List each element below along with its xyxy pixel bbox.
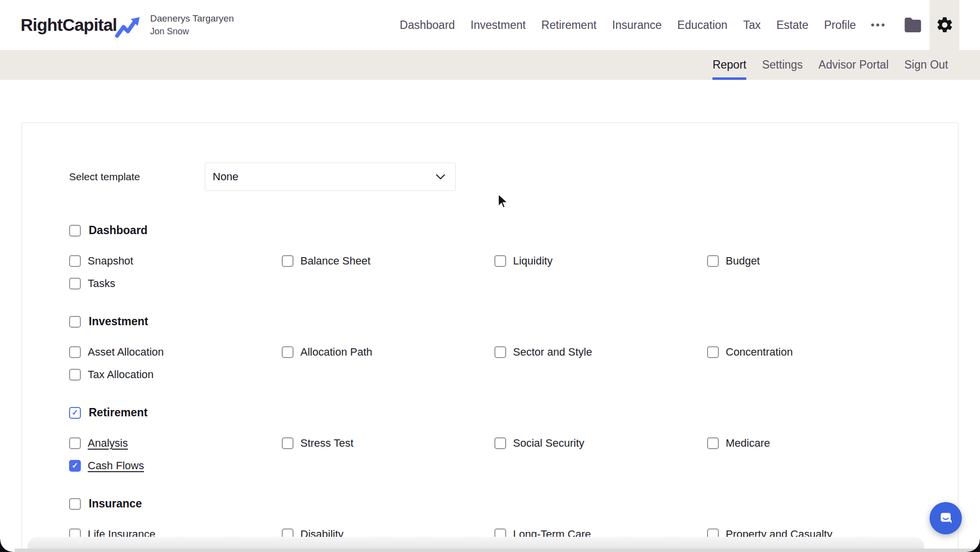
section-dashboard: ✓Dashboard✓Snapshot✓Balance Sheet✓Liquid… xyxy=(69,224,958,290)
section-header-retirement: ✓Retirement xyxy=(69,406,958,419)
label-concentration[interactable]: Concentration xyxy=(726,346,793,359)
documents-folder-icon[interactable] xyxy=(903,17,923,33)
primary-nav: DashboardInvestmentRetirementInsuranceEd… xyxy=(400,19,856,32)
report-item-cash-flows: ✓Cash Flows xyxy=(69,459,282,472)
checkbox-medicare[interactable]: ✓ xyxy=(707,437,719,449)
nav-item-estate[interactable]: Estate xyxy=(776,19,808,32)
checkbox-dashboard[interactable]: ✓ xyxy=(69,225,81,237)
nav-item-education[interactable]: Education xyxy=(677,19,727,32)
checkbox-retirement[interactable]: ✓ xyxy=(69,407,81,419)
section-insurance: ✓Insurance✓Life Insurance✓Disability✓Lon… xyxy=(69,497,958,541)
nav-item-insurance[interactable]: Insurance xyxy=(612,19,662,32)
section-items-retirement: ✓Analysis✓Stress Test✓Social Security✓Me… xyxy=(69,437,958,472)
report-item-medicare: ✓Medicare xyxy=(707,437,920,450)
window-corner-right xyxy=(967,539,980,552)
checkbox-allocation-path[interactable]: ✓ xyxy=(282,346,294,358)
client-name-secondary: Jon Snow xyxy=(150,26,234,37)
secondary-nav: ReportSettingsAdvisor PortalSign Out xyxy=(0,50,980,80)
client-name-primary: Daenerys Targaryen xyxy=(150,13,234,24)
report-item-concentration: ✓Concentration xyxy=(707,346,920,359)
report-item-allocation-path: ✓Allocation Path xyxy=(282,346,494,359)
label-budget[interactable]: Budget xyxy=(726,255,760,267)
checkbox-cash-flows[interactable]: ✓ xyxy=(69,460,81,472)
section-title[interactable]: Investment xyxy=(89,315,148,328)
report-item-stress-test: ✓Stress Test xyxy=(282,437,494,450)
top-navigation-bar: RightCapital Daenerys Targaryen Jon Snow… xyxy=(0,0,980,50)
gear-icon xyxy=(935,16,954,34)
window-corner-left xyxy=(0,539,13,552)
chat-bubble-icon xyxy=(936,509,955,528)
label-medicare[interactable]: Medicare xyxy=(726,437,770,450)
subnav-item-advisor-portal[interactable]: Advisor Portal xyxy=(818,50,888,80)
report-item-sector-and-style: ✓Sector and Style xyxy=(494,346,707,359)
section-investment: ✓Investment✓Asset Allocation✓Allocation … xyxy=(69,315,958,381)
report-item-social-security: ✓Social Security xyxy=(494,437,707,450)
checkbox-balance-sheet[interactable]: ✓ xyxy=(282,255,294,267)
checkbox-tax-allocation[interactable]: ✓ xyxy=(69,369,81,381)
checkbox-snapshot[interactable]: ✓ xyxy=(69,255,81,267)
nav-item-tax[interactable]: Tax xyxy=(743,19,761,32)
report-settings-card: Select template None ✓Dashboard✓Snapshot… xyxy=(22,122,958,552)
report-item-snapshot: ✓Snapshot xyxy=(69,255,282,267)
nav-item-investment[interactable]: Investment xyxy=(470,19,526,32)
checkbox-asset-allocation[interactable]: ✓ xyxy=(69,346,81,358)
more-menu-icon[interactable]: ••• xyxy=(871,19,886,31)
label-stress-test[interactable]: Stress Test xyxy=(300,437,353,450)
report-item-balance-sheet: ✓Balance Sheet xyxy=(282,255,494,267)
settings-gear-tab[interactable] xyxy=(930,0,959,50)
checkbox-liquidity[interactable]: ✓ xyxy=(494,255,506,267)
chat-launcher-button[interactable] xyxy=(930,502,962,534)
section-items-dashboard: ✓Snapshot✓Balance Sheet✓Liquidity✓Budget… xyxy=(69,255,958,290)
client-selector[interactable]: Daenerys Targaryen Jon Snow xyxy=(150,13,234,37)
label-social-security[interactable]: Social Security xyxy=(513,437,585,450)
label-balance-sheet[interactable]: Balance Sheet xyxy=(300,255,370,267)
section-title[interactable]: Insurance xyxy=(89,497,142,510)
nav-item-retirement[interactable]: Retirement xyxy=(541,19,596,32)
checkbox-budget[interactable]: ✓ xyxy=(707,255,719,267)
label-tasks[interactable]: Tasks xyxy=(88,277,115,290)
subnav-item-sign-out[interactable]: Sign Out xyxy=(905,50,949,80)
subnav-item-report[interactable]: Report xyxy=(712,50,746,80)
section-title[interactable]: Retirement xyxy=(89,406,147,419)
label-sector-and-style[interactable]: Sector and Style xyxy=(513,346,592,359)
report-item-tax-allocation: ✓Tax Allocation xyxy=(69,368,282,381)
checkbox-sector-and-style[interactable]: ✓ xyxy=(494,346,506,358)
label-analysis[interactable]: Analysis xyxy=(88,437,128,450)
label-liquidity[interactable]: Liquidity xyxy=(513,255,553,267)
checkbox-investment[interactable]: ✓ xyxy=(69,316,81,328)
checkbox-social-security[interactable]: ✓ xyxy=(494,437,506,449)
section-title[interactable]: Dashboard xyxy=(89,224,147,237)
checkbox-tasks[interactable]: ✓ xyxy=(69,278,81,289)
report-item-tasks: ✓Tasks xyxy=(69,277,282,290)
nav-item-dashboard[interactable]: Dashboard xyxy=(400,19,455,32)
template-select[interactable]: None xyxy=(205,163,456,191)
label-tax-allocation[interactable]: Tax Allocation xyxy=(88,368,154,381)
logo-trend-arrow-icon xyxy=(115,16,141,39)
report-item-budget: ✓Budget xyxy=(707,255,920,267)
section-retirement: ✓Retirement✓Analysis✓Stress Test✓Social … xyxy=(69,406,958,472)
checkbox-stress-test[interactable]: ✓ xyxy=(282,437,294,449)
template-selector-row: Select template None xyxy=(69,163,958,191)
subnav-item-settings[interactable]: Settings xyxy=(762,50,803,80)
label-snapshot[interactable]: Snapshot xyxy=(88,255,133,267)
rightcapital-logo[interactable]: RightCapital xyxy=(21,11,141,39)
template-select-value: None xyxy=(213,170,239,183)
section-items-investment: ✓Asset Allocation✓Allocation Path✓Sector… xyxy=(69,346,958,381)
label-asset-allocation[interactable]: Asset Allocation xyxy=(88,346,164,359)
section-header-investment: ✓Investment xyxy=(69,315,958,328)
report-item-liquidity: ✓Liquidity xyxy=(494,255,707,267)
checkbox-analysis[interactable]: ✓ xyxy=(69,437,81,449)
report-item-asset-allocation: ✓Asset Allocation xyxy=(69,346,282,359)
section-header-dashboard: ✓Dashboard xyxy=(69,224,958,237)
checkbox-concentration[interactable]: ✓ xyxy=(707,346,719,358)
report-item-analysis: ✓Analysis xyxy=(69,437,282,450)
report-sections: ✓Dashboard✓Snapshot✓Balance Sheet✓Liquid… xyxy=(69,224,958,541)
chevron-down-icon xyxy=(436,174,445,180)
label-allocation-path[interactable]: Allocation Path xyxy=(300,346,372,359)
logo-text: RightCapital xyxy=(21,15,117,35)
select-template-label: Select template xyxy=(69,171,205,183)
label-cash-flows[interactable]: Cash Flows xyxy=(88,459,144,472)
section-header-insurance: ✓Insurance xyxy=(69,497,958,510)
checkbox-insurance[interactable]: ✓ xyxy=(69,498,81,510)
nav-item-profile[interactable]: Profile xyxy=(824,19,856,32)
